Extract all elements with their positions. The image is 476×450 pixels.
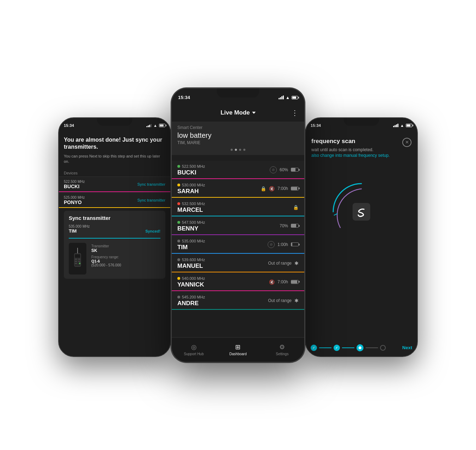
sarah-mute-icon: 🔇: [269, 186, 275, 191]
manuel-bluetooth-icon: ✱: [294, 260, 299, 266]
sarah-battery-icon: [291, 186, 299, 190]
andre-out-of-range: Out of range: [268, 298, 292, 303]
yannick-dot: [177, 277, 180, 280]
yannick-time: 7:00h: [277, 279, 288, 284]
tim-right: ⊘ 1:00h: [268, 241, 299, 248]
right-phone: 15:34 ▲ ✕ frequ: [305, 117, 418, 357]
marcel-freq: 532.500 MHz: [177, 202, 299, 206]
left-battery-icon: [159, 124, 165, 127]
bucki-battery-icon: [291, 168, 299, 172]
sarah-lock-icon: 🔒: [261, 186, 266, 191]
nav-settings[interactable]: ⚙ Settings: [260, 343, 304, 356]
manuel-right: Out of range ✱: [268, 260, 299, 266]
left-content: You are almost done! Just sync your tran…: [59, 131, 170, 356]
progress-spacer: [388, 347, 400, 348]
device-item-benny[interactable]: 547.500 MHz BENNY 70%: [172, 217, 304, 235]
next-button[interactable]: Next: [402, 345, 412, 350]
right-time: 15:34: [311, 123, 321, 128]
tim-time: 1:00h: [277, 242, 288, 247]
benny-right: 70%: [280, 223, 299, 228]
live-mode-dropdown[interactable]: [252, 112, 256, 114]
left-status-icons: ▲: [146, 123, 165, 128]
left-phone: 15:34 ▲ You are almost: [58, 117, 171, 357]
trans-label: Transmitter: [91, 244, 121, 248]
smart-center-label: Smart Center: [177, 125, 299, 130]
scan-visual: [323, 173, 400, 251]
svg-rect-8: [75, 263, 77, 264]
support-hub-label: Support Hub: [184, 352, 204, 356]
dot-2: [235, 149, 237, 151]
dashboard-icon: ⊞: [235, 343, 240, 351]
sarah-dot: [177, 184, 180, 186]
svg-rect-4: [75, 259, 77, 260]
svg-rect-6: [75, 261, 77, 262]
left-notch: [97, 118, 132, 126]
nav-dashboard[interactable]: ⊞ Dashboard: [216, 343, 260, 356]
left-time: 15:34: [64, 123, 74, 128]
transmitter-info: Transmitter SK Frequency range: Q1-6 (52…: [69, 243, 160, 275]
scene: 15:34 ▲ You are almost: [44, 23, 432, 428]
manuel-dot: [177, 258, 180, 261]
left-wifi-icon: ▲: [153, 123, 157, 128]
right-status-icons: ▲: [393, 123, 412, 128]
device-item-tim[interactable]: 535.000 MHz TIM ⊘ 1:00h: [172, 235, 304, 254]
sennheiser-logo: [353, 203, 370, 221]
marcel-name: MARCEL: [177, 206, 299, 214]
sarah-time: 7:00h: [277, 186, 288, 191]
marcel-right: 🔒: [293, 204, 299, 210]
dot-4: [243, 149, 245, 151]
sync-modal: Sync transmitter 535.000 MHz TIM Synced!: [64, 211, 165, 279]
right-wifi-icon: ▲: [400, 123, 404, 128]
close-button[interactable]: ✕: [402, 138, 411, 147]
andre-dot: [177, 296, 180, 298]
progress-line-1: [319, 347, 331, 348]
svg-rect-5: [78, 259, 80, 260]
progress-line-3: [366, 347, 378, 348]
marcel-dot: [177, 202, 180, 205]
nav-support-hub[interactable]: ◎ Support Hub: [172, 343, 216, 356]
more-options-button[interactable]: ⋮: [291, 109, 299, 117]
tim-battery-icon: [291, 242, 299, 246]
left-sync-btn-bucki[interactable]: Sync transmitter: [138, 182, 165, 186]
freq-scan-title: frequency scan: [306, 131, 417, 147]
settings-label: Settings: [276, 352, 288, 356]
manuel-out-of-range: Out of range: [268, 261, 292, 266]
right-signal-icon: [393, 123, 398, 127]
left-sync-btn-ponyo[interactable]: Sync transmitter: [138, 198, 165, 202]
yannick-battery-icon: [291, 280, 299, 284]
device-item-marcel[interactable]: 532.500 MHz MARCEL 🔒: [172, 198, 304, 217]
device-item-yannick[interactable]: 540.000 MHz YANNICK 🔇 7:00h: [172, 273, 304, 291]
device-item-sarah[interactable]: 530.000 MHz SARAH 🔒 🔇 7:00h: [172, 179, 304, 198]
benny-dot: [177, 221, 180, 224]
yannick-right: 🔇 7:00h: [269, 279, 299, 284]
support-hub-icon: ◎: [191, 343, 197, 351]
left-signal-icon: [146, 123, 152, 127]
freq-scan-link[interactable]: also change into manual frequency setup.: [311, 153, 390, 158]
right-battery-icon: [406, 124, 412, 127]
dot-3: [239, 149, 241, 151]
benny-battery-icon: [291, 224, 299, 228]
center-time: 15:34: [178, 95, 190, 100]
devices-label: Devices: [59, 168, 170, 177]
center-header: Live Mode ⋮: [172, 104, 304, 122]
live-mode-title[interactable]: Live Mode: [220, 109, 255, 116]
transmitter-svg: [72, 246, 83, 271]
device-item-manuel[interactable]: 539.600 MHz MANUEL Out of range ✱: [172, 254, 304, 273]
progress-line-2: [342, 347, 354, 348]
device-item-bucki[interactable]: 522.500 MHz BUCKI ⊘ 60%: [172, 161, 304, 179]
sarah-right: 🔒 🔇 7:00h: [261, 186, 299, 191]
right-content: ✕ frequency scan wait until auto scan is…: [306, 131, 417, 356]
progress-bar: ✓ ✓ Next: [306, 344, 417, 351]
bucki-right: ⊘ 60%: [270, 166, 299, 173]
dots-indicator: [177, 149, 299, 151]
device-item-andre[interactable]: 545.200 MHz ANDRE Out of range ✱: [172, 291, 304, 310]
center-battery-icon: [292, 96, 298, 99]
center-status-icons: ▲: [279, 95, 298, 100]
sync-tim-section: 535.000 MHz TIM Synced!: [69, 224, 160, 239]
progress-step-3-active: [356, 344, 364, 351]
sennheiser-logo-svg: [355, 205, 368, 218]
left-device-bucki: 522.500 MHz BUCKI Sync transmitter: [59, 177, 170, 192]
right-notch: [344, 118, 379, 126]
sync-main-title: You are almost done! Just sync your tran…: [64, 136, 165, 151]
progress-step-2: ✓: [334, 345, 340, 351]
